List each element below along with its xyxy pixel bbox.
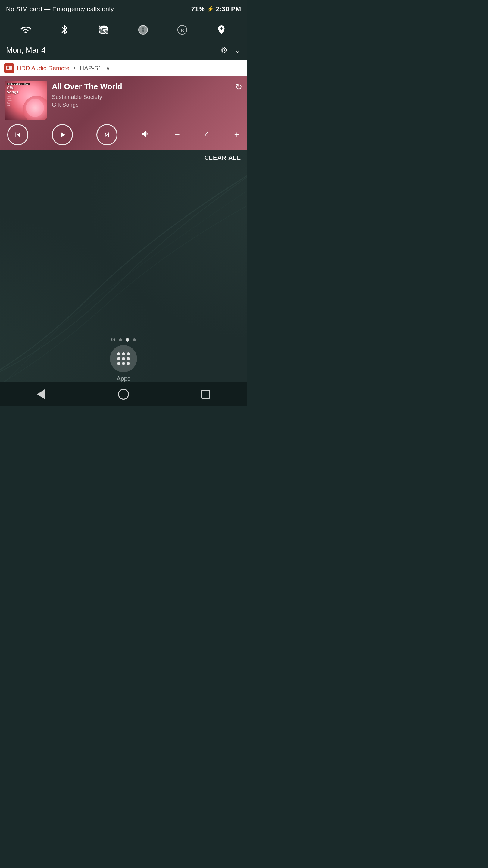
clear-all-button[interactable]: CLEAR ALL [204,154,241,161]
svg-text:!: ! [142,27,144,33]
home-icon [118,389,129,400]
battery-percent: 71% [191,5,204,13]
svg-rect-5 [7,67,9,69]
media-text: All Over The World Sustainable Society G… [52,81,230,108]
artist-name: Sustainable Society [52,94,230,100]
separator: • [74,65,76,71]
repeat-icon[interactable]: ↻ [235,81,242,92]
apps-dot-1 [117,352,120,355]
volume-increase-button[interactable]: + [234,129,240,141]
volume-level: 4 [203,130,210,140]
album-art: THE ESSENTIAL GiftSongs RockPopsClassicJ… [5,81,47,120]
apps-dots-grid [113,348,134,369]
album-name: Gift Songs [52,101,230,108]
previous-button[interactable] [7,124,28,145]
collapse-icon[interactable]: ∧ [106,64,110,72]
location-icon[interactable] [214,22,229,37]
home-button[interactable] [111,385,135,403]
song-title: All Over The World [52,82,230,91]
apps-dot-4 [117,357,120,360]
apps-dot-3 [127,352,130,355]
apps-dot-9 [127,362,130,365]
notification-area: HDD Audio Remote • HAP-S1 ∧ THE ESSENTIA… [0,60,247,150]
status-right: 71% ⚡ 2:30 PM [191,5,241,13]
wifi-icon[interactable] [18,22,33,37]
apps-label: Apps [117,375,130,382]
next-button[interactable] [96,124,118,145]
play-button[interactable] [52,124,73,145]
dnd-off-icon[interactable] [96,22,111,37]
date-row: Mon, Mar 4 ⚙ ⌄ [0,43,247,60]
media-player: THE ESSENTIAL GiftSongs RockPopsClassicJ… [0,76,247,150]
bottom-nav [0,382,247,406]
volume-icon[interactable] [141,129,151,141]
apps-button[interactable] [110,345,137,372]
apps-dot-6 [127,357,130,360]
apps-dot-5 [122,357,125,360]
device-name: HAP-S1 [80,65,101,72]
page-dot-2-active[interactable] [126,338,129,342]
recents-icon [201,390,210,399]
settings-icon[interactable]: ⚙ [221,45,228,55]
clock: 2:30 PM [216,5,241,13]
bluetooth-icon[interactable] [57,22,72,37]
chevron-down-icon[interactable]: ⌄ [234,45,241,55]
recents-button[interactable] [194,385,218,403]
album-genres: RockPopsClassicJazzFolk [7,95,12,107]
back-icon [37,389,45,400]
date-row-actions: ⚙ ⌄ [221,45,241,55]
media-controls: − 4 + [5,124,242,145]
page-indicators: G [111,337,136,343]
status-bar: No SIM card — Emergency calls only 71% ⚡… [0,0,247,18]
quick-settings-row: ! R [0,18,247,43]
apps-dot-2 [122,352,125,355]
back-button[interactable] [29,385,53,403]
page-dot-3[interactable] [133,338,136,341]
media-info-row: THE ESSENTIAL GiftSongs RockPopsClassicJ… [5,81,242,120]
app-name: HDD Audio Remote [17,65,70,72]
svg-text:R: R [181,27,184,33]
apps-container[interactable]: Apps [110,345,137,382]
launcher-area: CLEAR ALL G Apps [0,150,247,406]
date-display: Mon, Mar 4 [6,45,46,55]
album-label-text: THE ESSENTIAL [7,83,30,85]
notification-card: HDD Audio Remote • HAP-S1 ∧ THE ESSENTIA… [0,60,247,150]
battery-icon: ⚡ [207,6,214,12]
apps-dot-7 [117,362,120,365]
globe-warning-icon[interactable]: ! [135,22,151,37]
app-icon [4,63,14,73]
apps-dot-8 [122,362,125,365]
globe-r-icon[interactable]: R [175,22,190,37]
page-indicator-g: G [111,337,116,343]
notification-header[interactable]: HDD Audio Remote • HAP-S1 ∧ [0,60,247,76]
page-dot-1[interactable] [119,338,122,341]
status-text: No SIM card — Emergency calls only [6,5,114,13]
volume-decrease-button[interactable]: − [174,129,180,141]
album-title-art: GiftSongs [7,86,19,95]
